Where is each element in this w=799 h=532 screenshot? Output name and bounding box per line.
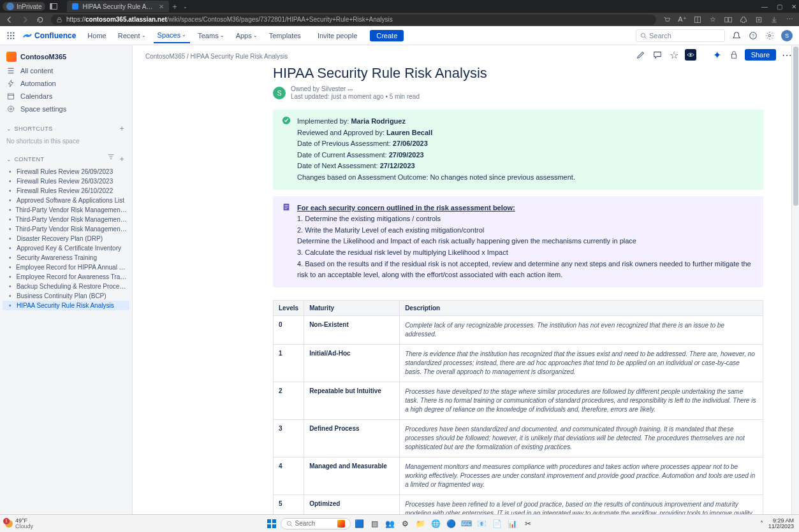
notifications-icon[interactable] bbox=[731, 31, 742, 41]
nav-teams[interactable]: Teams⌄ bbox=[194, 28, 228, 43]
invite-people-button[interactable]: Invite people bbox=[312, 30, 362, 41]
nav-home[interactable]: Home bbox=[84, 28, 110, 43]
edit-icon[interactable] bbox=[635, 49, 647, 61]
comment-icon[interactable] bbox=[652, 49, 663, 61]
content-tree-item[interactable]: •Approved Software & Applications List bbox=[3, 196, 129, 205]
nav-spaces[interactable]: Spaces⌄ bbox=[154, 28, 191, 43]
nav-apps[interactable]: Apps⌄ bbox=[232, 28, 261, 43]
window-minimize-icon[interactable]: ― bbox=[761, 3, 768, 10]
content-tree-item[interactable]: •Approved Key & Certificate Inventory bbox=[3, 243, 129, 253]
share-button[interactable]: Share bbox=[745, 49, 776, 61]
table-row: 2Repeatable but IntuitiveProcesses have … bbox=[274, 382, 763, 419]
content-scrollbar[interactable] bbox=[791, 45, 799, 528]
settings-taskbar-icon[interactable]: ⚙ bbox=[399, 517, 412, 530]
split-screen-icon[interactable] bbox=[724, 15, 733, 24]
restrictions-icon[interactable] bbox=[728, 49, 740, 61]
owner-avatar[interactable]: S bbox=[273, 87, 286, 99]
sidebar-space-settings[interactable]: Space settings bbox=[3, 103, 129, 115]
inprivate-badge[interactable]: InPrivate bbox=[3, 2, 45, 11]
content-tree-item[interactable]: •Third-Party Vendor Risk Management - 27… bbox=[3, 224, 129, 234]
nav-back-icon[interactable] bbox=[5, 15, 14, 24]
svg-point-23 bbox=[689, 54, 691, 56]
edge-icon[interactable]: 🌐 bbox=[430, 517, 443, 530]
more-actions-icon[interactable]: ⋯ bbox=[781, 49, 793, 61]
nav-templates[interactable]: Templates bbox=[265, 28, 305, 43]
site-lock-icon[interactable] bbox=[56, 17, 62, 23]
scrollbar-thumb[interactable] bbox=[793, 47, 798, 206]
collections-icon[interactable] bbox=[754, 15, 763, 24]
settings-icon[interactable] bbox=[765, 31, 775, 41]
add-shortcut-icon[interactable]: ＋ bbox=[118, 123, 126, 134]
nav-refresh-icon[interactable] bbox=[36, 15, 45, 24]
nav-recent[interactable]: Recent⌄ bbox=[114, 28, 150, 43]
global-search-input[interactable]: Search bbox=[636, 29, 725, 42]
tab-close-icon[interactable]: ✕ bbox=[159, 3, 164, 10]
watch-icon[interactable] bbox=[685, 49, 696, 61]
start-button[interactable] bbox=[265, 517, 278, 530]
extensions-icon[interactable] bbox=[739, 15, 748, 24]
app-switcher-icon[interactable] bbox=[6, 31, 15, 40]
content-tree-item[interactable]: •Disaster Recovery Plan (DRP) bbox=[3, 234, 129, 243]
content-tree-item[interactable]: •Third-Party Vendor Risk Management - 27… bbox=[3, 215, 129, 224]
shopping-icon[interactable] bbox=[663, 15, 671, 24]
outlook-icon[interactable]: 📧 bbox=[476, 517, 488, 530]
weather-widget[interactable]: 1 49°F Cloudy bbox=[5, 518, 33, 529]
tray-chevron-icon[interactable]: ˄ bbox=[760, 520, 763, 527]
chevron-down-icon: ⌄ bbox=[253, 32, 258, 38]
teams-icon[interactable]: 👥 bbox=[384, 517, 397, 530]
confluence-logo[interactable]: Confluence bbox=[23, 31, 76, 40]
space-title[interactable]: ContosoM365 bbox=[3, 49, 129, 64]
create-button[interactable]: Create bbox=[370, 30, 404, 41]
excel-icon[interactable]: 📊 bbox=[506, 517, 519, 530]
star-icon[interactable]: ☆ bbox=[668, 49, 680, 61]
content-tree-item[interactable]: •Security Awareness Training bbox=[3, 253, 129, 262]
content-tree-item[interactable]: •HIPAA Security Rule Risk Analysis bbox=[3, 301, 129, 310]
favorite-icon[interactable]: ☆ bbox=[708, 15, 717, 24]
user-avatar[interactable]: S bbox=[781, 30, 793, 41]
word-icon[interactable]: 📄 bbox=[491, 517, 504, 530]
content-tree-item[interactable]: •Firewall Rules Review 26/10/2022 bbox=[3, 186, 129, 196]
new-tab-icon[interactable]: ＋ bbox=[170, 2, 179, 11]
taskbar-search[interactable]: Search bbox=[281, 518, 351, 529]
sidebar-calendars[interactable]: Calendars bbox=[3, 90, 129, 103]
content-tree-item[interactable]: •Employee Record for Awareness Training bbox=[3, 272, 129, 282]
content-tree-item[interactable]: •Employee Record for HIPPA Annual Traini… bbox=[3, 262, 129, 272]
content-tree-item[interactable]: •Firewall Rules Review 26/09/2023 bbox=[3, 167, 129, 176]
ai-icon[interactable]: ✦ bbox=[712, 49, 723, 61]
tab-actions-icon[interactable] bbox=[49, 2, 58, 11]
owned-by-name[interactable]: Silvester bbox=[321, 85, 346, 92]
add-page-icon[interactable]: ＋ bbox=[118, 154, 126, 164]
file-explorer-icon[interactable]: 📁 bbox=[414, 517, 427, 530]
vscode-icon[interactable]: ⌨ bbox=[460, 517, 473, 530]
clock-date: 11/2/2023 bbox=[768, 524, 794, 529]
address-bar[interactable]: https://contosom365.atlassian.net/wiki/s… bbox=[51, 15, 656, 25]
sidebar-automation[interactable]: Automation bbox=[3, 77, 129, 90]
byline-menu-icon[interactable]: ••• bbox=[348, 87, 353, 92]
browser-menu-icon[interactable]: ⋯ bbox=[785, 15, 794, 24]
window-maximize-icon[interactable]: ▢ bbox=[777, 3, 782, 10]
chrome-icon[interactable]: 🔵 bbox=[445, 517, 458, 530]
space-name: ContosoM365 bbox=[20, 53, 66, 61]
sidebar-all-content[interactable]: All content bbox=[3, 64, 129, 77]
filter-icon[interactable] bbox=[108, 154, 114, 164]
window-close-icon[interactable]: ✕ bbox=[791, 3, 796, 10]
nav-forward-icon[interactable] bbox=[20, 15, 29, 24]
shortcuts-section-label[interactable]: ⌄SHORTCUTS bbox=[6, 126, 53, 132]
content-section-label[interactable]: ⌄CONTENT bbox=[6, 156, 45, 162]
read-aloud-icon[interactable]: A⁺ bbox=[678, 15, 687, 24]
content-tree-item[interactable]: •Firewall Rules Review 26/03/2023 bbox=[3, 176, 129, 186]
content-tree-item[interactable]: •Backup Scheduling & Restore Procedure bbox=[3, 282, 129, 291]
help-icon[interactable]: ? bbox=[748, 31, 758, 41]
snip-icon[interactable]: ✂ bbox=[522, 517, 534, 530]
content-tree-item[interactable]: •Business Continuity Plan (BCP) bbox=[3, 291, 129, 301]
downloads-icon[interactable] bbox=[770, 15, 779, 24]
tab-overflow-icon[interactable]: ⌄ bbox=[180, 2, 189, 11]
breadcrumb-space-link[interactable]: ContosoM365 bbox=[145, 53, 185, 60]
note-icon bbox=[282, 203, 291, 212]
copilot-icon[interactable]: 🟦 bbox=[353, 517, 366, 530]
task-view-icon[interactable]: ▤ bbox=[369, 517, 381, 530]
content-tree-item[interactable]: •Third-Party Vendor Risk Management - 27… bbox=[3, 205, 129, 215]
reader-icon[interactable] bbox=[693, 15, 702, 24]
system-clock[interactable]: 9:29 AM 11/2/2023 bbox=[768, 518, 794, 529]
browser-tab[interactable]: HIPAA Security Rule Analy ✕ bbox=[67, 1, 169, 12]
